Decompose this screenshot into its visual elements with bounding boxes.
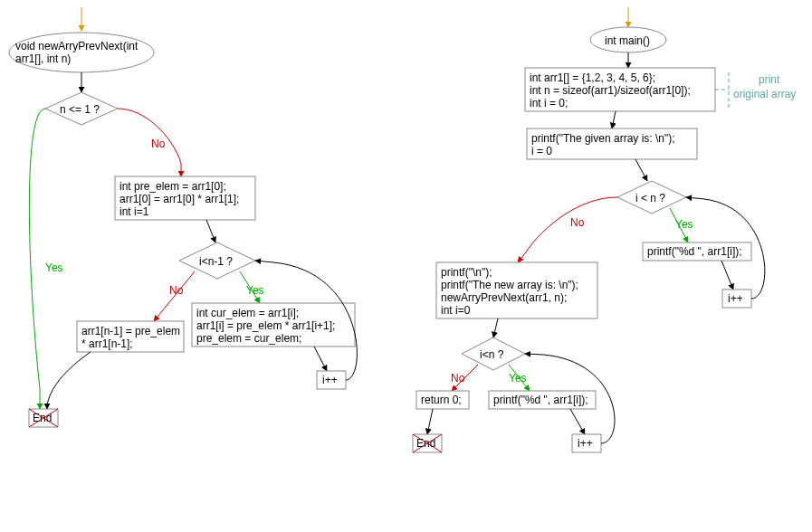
loop2-body-text: printf("%d ", arr1[i]); [493,394,588,406]
block1-l2: arr1[0] = arr1[0] * arr1[1]; [119,193,239,205]
label-yes-cond2: Yes [246,284,264,297]
end-text-left: End [33,412,52,424]
main-text: int main() [605,34,650,47]
edge-cond1-yes [29,109,45,409]
print1-l1: printf("The given array is: \n"); [531,132,675,145]
after1-l3: newArryPrevNext(arr1, n); [441,291,567,304]
loop1-body-text: printf("%d ", arr1[i]); [647,245,742,258]
print1-l2: i = 0 [531,145,552,157]
label-yes-cond2r: Yes [509,372,527,385]
flowchart-canvas: void newArryPrevNext(int arr1[], int n) … [0,0,812,532]
after1-l2: printf("The new array is: \n"); [441,279,578,291]
cond2-text: i<n-1 ? [199,255,233,268]
block1-l1: int pre_elem = arr1[0]; [119,180,226,193]
end-text-right: End [416,437,435,450]
label-no-cond1: No [151,138,166,150]
flowchart-newArryPrevNext: void newArryPrevNext(int arr1[], int n) … [9,7,357,427]
edge-loopbody-to-inc [314,347,327,371]
edge-block1-to-cond2 [206,220,215,242]
label-no-cond1r: No [570,216,585,229]
func-sig-line1: void newArryPrevNext(int [15,40,139,52]
block1-l3: int i=1 [119,205,149,218]
inc1-text: i++ [322,374,338,386]
flowchart-main: int main() int arr1[] = {1,2, 3, 4, 5, 6… [413,7,796,452]
return-text: return 0; [421,394,462,406]
label-yes-cond1r: Yes [675,218,693,231]
edge-after1-to-cond2 [493,318,498,337]
after-l1: arr1[n-1] = pre_elem [81,325,180,337]
note-l1: print [759,73,780,86]
after-l2: * arr1[n-1]; [81,337,133,350]
end-node-right: End [413,434,442,452]
label-no-cond2: No [169,284,184,297]
after1-l4: int i=0 [441,304,471,317]
edge-loop1-to-inc1 [721,261,733,290]
edge-loop2-to-inc2 [570,409,585,434]
label-no-cond2r: No [451,372,465,385]
note-l2: original array [733,88,796,100]
edge-after-to-end [47,352,91,409]
loopbody-l3: pre_elem = cur_elem; [196,332,301,345]
end-node-left: End [29,409,58,427]
cond2r-text: i<n ? [480,348,504,361]
inc1r-text: i++ [728,292,743,305]
label-yes-cond1: Yes [45,261,63,274]
edge-print1-to-cond1 [635,159,647,181]
inc2r-text: i++ [578,437,593,450]
edge-cond1r-no [518,197,617,262]
func-sig-line2: arr1[], int n) [15,52,71,65]
cond1r-text: i < n ? [635,192,665,204]
decl-l2: int n = sizeof(arr1)/sizeof(arr1[0]); [530,84,691,97]
decl-l1: int arr1[] = {1,2, 3, 4, 5, 6}; [530,71,655,84]
loopbody-l2: arr1[i] = pre_elem * arr1[i+1]; [196,319,335,332]
edge-return-to-end [427,409,433,434]
after1-l1: printf("\n"); [441,266,492,279]
edge-cond1-no [118,109,181,176]
edge-decl-to-print1 [612,111,616,128]
cond-n-le-1-text: n <= 1 ? [60,103,100,116]
loopbody-l1: int cur_elem = arr1[i]; [196,307,299,319]
decl-l3: int i = 0; [530,97,568,109]
